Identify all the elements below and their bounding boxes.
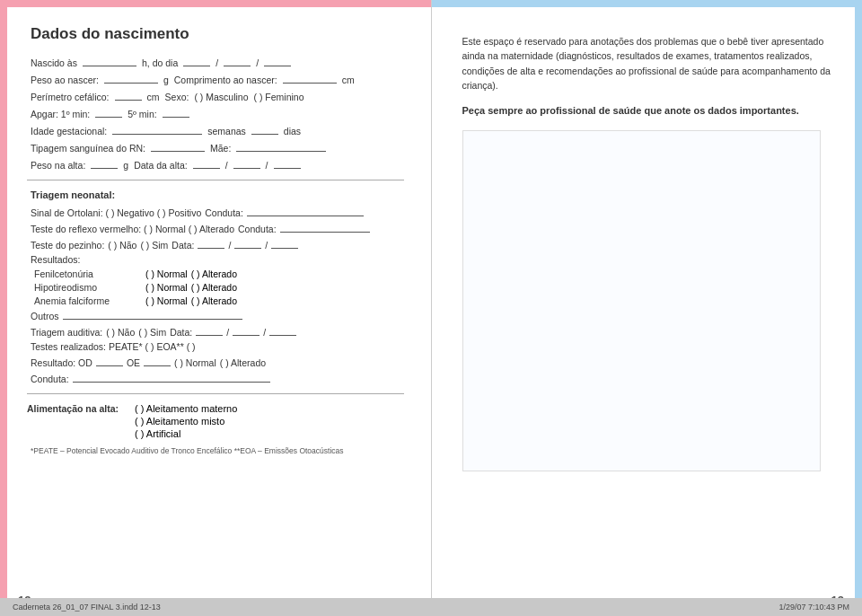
alimentacao-opt-3: ( ) Artificial	[135, 428, 237, 439]
nascido-label: Nascido às	[31, 57, 77, 68]
mes-field	[224, 56, 251, 66]
form-row-6: Tipagem sanguínea do RN: Mãe:	[31, 141, 404, 154]
pezinho-d3	[271, 238, 298, 249]
peso-alta-field	[91, 158, 118, 169]
page-container: Dados do nascimento Nascido às h, do dia…	[0, 0, 862, 616]
resultado-od-row: Resultado: OD OE ( ) Normal ( ) Alterado	[31, 356, 404, 368]
alta-dia-field	[193, 158, 220, 169]
aud-d1	[196, 325, 223, 336]
pezinho-d1	[198, 238, 224, 249]
form-row-7: Peso na alta: g Data da alta: / /	[31, 158, 404, 171]
dias-field	[251, 124, 278, 135]
peso-label: Peso ao nascer:	[31, 75, 99, 85]
mae-label: Mãe:	[210, 143, 231, 154]
result-anemia: Anemia falciforme ( ) Normal ( ) Alterad…	[34, 295, 404, 306]
footnote: *PEATE – Potencial Evocado Auditivo de T…	[31, 446, 404, 455]
peso-field	[104, 73, 158, 84]
apgar5-label: 5º min:	[128, 109, 156, 119]
divider-1	[27, 180, 404, 180]
apgar-label: Apgar: 1º min:	[31, 109, 90, 119]
footer-left: Caderneta 26_01_07 FINAL 3.indd 12-13	[13, 603, 161, 612]
alimentacao-opt-1: ( ) Aleitamento materno	[135, 403, 237, 414]
results-grid: Fenilcetonúria ( ) Normal ( ) Alterado H…	[34, 268, 404, 306]
triagem-section: Triagem neonatal: Sinal de Ortolani: ( )…	[31, 189, 404, 384]
resultados-label: Resultados:	[31, 254, 404, 265]
h-label: h, do dia	[142, 57, 178, 68]
idade-gest-label: Idade gestacional:	[31, 126, 107, 136]
right-paragraph: Este espaço é reservado para anotações d…	[462, 34, 836, 92]
ortolani-conduta	[247, 206, 364, 216]
alimentacao-opt-2: ( ) Aleitamento misto	[135, 416, 237, 427]
alta-mes-field	[233, 158, 260, 169]
footer-right: 1/29/07 7:10:43 PM	[778, 603, 849, 612]
aud-d2	[233, 325, 259, 336]
comprimento-label: Comprimento ao nascer:	[174, 75, 277, 85]
peso-alta-label: Peso na alta:	[31, 160, 85, 171]
od-field	[96, 356, 123, 366]
idade-gest-field	[112, 124, 202, 135]
result-hipotireodismo: Hipotireodismo ( ) Normal ( ) Alterado	[34, 282, 404, 293]
notes-area	[462, 130, 822, 471]
form-row-5: Idade gestacional: semanas dias	[31, 124, 404, 136]
ortolani-row: Sinal de Ortolani: ( ) Negativo ( ) Posi…	[31, 206, 404, 218]
nascido-hora	[83, 56, 136, 66]
auditiva-row: Triagem auditiva: ( ) Não ( ) Sim Data: …	[31, 325, 404, 338]
form-row-1: Nascido às h, do dia / /	[31, 56, 404, 68]
perimetro-field	[115, 90, 142, 101]
right-page: Este espaço é reservado para anotações d…	[432, 0, 863, 616]
divider-2	[27, 393, 404, 394]
form-row-3: Perímetro cefálico: cm Sexo: ( ) Masculi…	[31, 90, 404, 102]
alimentacao-options: ( ) Aleitamento materno ( ) Aleitamento …	[135, 403, 237, 439]
alta-ano-field	[274, 158, 301, 169]
conduta-final-row: Conduta:	[31, 372, 404, 384]
outros-row: Outros	[31, 309, 404, 321]
dia-field	[183, 56, 210, 66]
reflexo-conduta	[280, 222, 370, 233]
reflexo-row: Teste do reflexo vermelho: ( ) Normal ( …	[31, 222, 404, 234]
perimetro-label: Perímetro cefálico:	[31, 92, 110, 102]
tipagem-rn-field	[151, 141, 205, 152]
triagem-title: Triagem neonatal:	[31, 189, 404, 200]
birth-data-section: Nascido às h, do dia / / Peso ao nascer:…	[31, 56, 404, 171]
footer-bar: Caderneta 26_01_07 FINAL 3.indd 12-13 1/…	[0, 598, 862, 616]
left-page: Dados do nascimento Nascido às h, do dia…	[0, 0, 432, 616]
form-row-4: Apgar: 1º min: 5º min:	[31, 107, 404, 119]
data-alta-label: Data da alta:	[134, 160, 188, 171]
pezinho-row: Teste do pezinho: ( ) Não ( ) Sim Data: …	[31, 238, 404, 251]
tipagem-mae-field	[236, 141, 326, 152]
alimentacao-section: Alimentação na alta: ( ) Aleitamento mat…	[27, 403, 404, 439]
page-title: Dados do nascimento	[31, 25, 404, 43]
comprimento-field	[283, 73, 337, 84]
oe-field	[144, 356, 171, 366]
form-row-2: Peso ao nascer: g Comprimento ao nascer:…	[31, 73, 404, 85]
alimentacao-label: Alimentação na alta:	[27, 403, 126, 414]
result-fenilcetonuria: Fenilcetonúria ( ) Normal ( ) Alterado	[34, 268, 404, 279]
tipagem-label: Tipagem sanguínea do RN:	[31, 143, 145, 154]
pezinho-d2	[234, 238, 261, 249]
ano-field	[264, 56, 291, 66]
apgar5-field	[163, 107, 189, 118]
apgar1-field	[95, 107, 122, 118]
conduta-final-field	[73, 372, 270, 383]
outros-field	[63, 309, 242, 320]
testes-row: Testes realizados: PEATE* ( ) EOA** ( )	[31, 341, 404, 352]
right-bold-text: Peça sempre ao profissional de saúde que…	[462, 105, 836, 116]
sexo-label: Sexo:	[165, 92, 189, 102]
aud-d3	[269, 325, 296, 336]
